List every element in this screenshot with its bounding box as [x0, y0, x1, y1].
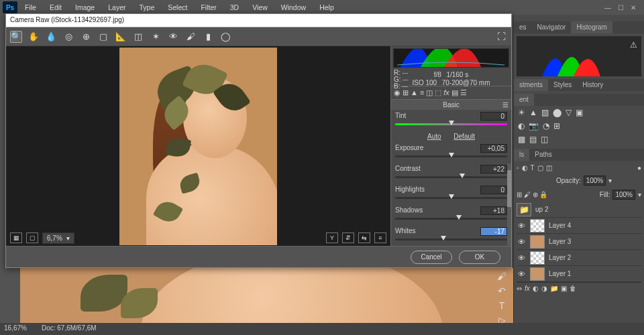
target-adjust-icon[interactable]: ⊕ — [80, 31, 92, 43]
fill-value[interactable]: 100% — [612, 190, 635, 200]
tint-slider[interactable] — [395, 123, 507, 125]
doc-zoom[interactable]: 16,67% — [4, 324, 27, 334]
color-sampler-icon[interactable]: ◎ — [62, 31, 74, 43]
tab-paths[interactable]: Paths — [529, 149, 557, 161]
menu-select[interactable]: Select — [162, 1, 193, 13]
detail-tab-icon[interactable]: ▲ — [411, 88, 418, 97]
spot-removal-icon[interactable]: ✶ — [150, 31, 162, 43]
new-group-icon[interactable]: 📁 — [550, 285, 558, 292]
redeye-icon[interactable]: 👁 — [167, 31, 179, 43]
mask-icon[interactable]: ◐ — [533, 285, 539, 292]
white-balance-icon[interactable]: 💧 — [45, 31, 57, 43]
tab-properties[interactable]: es — [514, 21, 532, 34]
shadows-value[interactable]: +18 — [480, 206, 507, 215]
menu-filter[interactable]: Filter — [195, 1, 222, 13]
brush-tool-icon[interactable]: 🖌 — [497, 271, 506, 281]
maximize-icon[interactable]: ☐ — [618, 4, 624, 11]
zoom-dropdown[interactable]: 6,7%▾ — [42, 232, 74, 244]
tab-adjustment[interactable]: ent — [514, 94, 534, 106]
close-icon[interactable]: ✕ — [631, 4, 636, 11]
crop-tool-icon[interactable]: ▢ — [97, 31, 109, 43]
menu-edit[interactable]: Edit — [44, 1, 68, 13]
adjustment-brush-icon[interactable]: 🖌 — [184, 31, 197, 43]
filter-pixel-icon[interactable]: ▫ — [517, 164, 519, 172]
swap-icon[interactable]: ⇵ — [342, 232, 354, 243]
zoom-tool-icon[interactable]: 🔍 — [10, 31, 22, 43]
preview-area[interactable]: ▦ ▢ 6,7%▾ Y ⇵ ⇆ ≡ — [6, 46, 390, 246]
copy-settings-icon[interactable]: ⇆ — [358, 232, 370, 243]
hand-tool-icon[interactable]: ✋ — [28, 31, 40, 43]
calibration-tab-icon[interactable]: ▤ — [451, 88, 458, 97]
settings-menu-icon[interactable]: ≡ — [374, 232, 386, 243]
type-tool-icon[interactable]: T — [499, 300, 505, 311]
transform-icon[interactable]: ◫ — [132, 31, 144, 43]
panel-scrollbar[interactable] — [507, 163, 511, 246]
split-tab-icon[interactable]: ◫ — [426, 88, 433, 97]
filter-adj-icon[interactable]: ◐ — [522, 164, 528, 172]
minimize-icon[interactable]: — — [604, 4, 611, 11]
levels-icon[interactable]: ▲ — [529, 108, 537, 117]
straighten-icon[interactable]: 📐 — [115, 31, 127, 43]
channel-mixer-icon[interactable]: ◔ — [543, 121, 549, 131]
fx-icon[interactable]: fx — [525, 285, 530, 292]
whites-value[interactable]: -17 — [480, 227, 507, 236]
single-view-icon[interactable]: ▢ — [26, 232, 38, 243]
tab-styles[interactable]: Styles — [548, 79, 577, 91]
menu-window[interactable]: Window — [275, 1, 312, 13]
layer-row-group[interactable]: 📁 up 2 — [517, 202, 641, 218]
curves-icon[interactable]: ▨ — [541, 108, 549, 117]
delete-layer-icon[interactable]: 🗑 — [570, 285, 576, 292]
tab-navigator[interactable]: Navigator — [532, 21, 572, 34]
fx-tab-icon[interactable]: fx — [443, 88, 449, 97]
highlights-value[interactable]: 0 — [480, 186, 507, 194]
menu-view[interactable]: View — [246, 1, 274, 13]
menu-type[interactable]: Type — [133, 1, 160, 13]
link-layers-icon[interactable]: ⇔ — [517, 285, 522, 292]
threshold-icon[interactable]: ◫ — [541, 135, 548, 144]
tab-histogram[interactable]: Histogram — [571, 21, 612, 34]
hsl-tab-icon[interactable]: ≡ — [420, 88, 424, 97]
vibrance-icon[interactable]: ▽ — [566, 108, 572, 117]
layer-row[interactable]: 👁 Layer 1 — [517, 266, 641, 282]
menu-file[interactable]: File — [19, 1, 42, 13]
new-adj-icon[interactable]: ◑ — [541, 285, 547, 292]
visibility-icon[interactable]: 👁 — [517, 270, 526, 278]
new-layer-icon[interactable]: ▣ — [561, 285, 567, 292]
graduated-filter-icon[interactable]: ▮ — [202, 31, 214, 43]
cancel-button[interactable]: Cancel — [411, 251, 452, 264]
default-link[interactable]: Default — [453, 133, 475, 140]
lookup-icon[interactable]: ⊞ — [553, 121, 560, 131]
menu-3d[interactable]: 3D — [224, 1, 245, 13]
tint-value[interactable]: 0 — [480, 112, 507, 121]
opacity-value[interactable]: 100% — [584, 176, 606, 186]
filter-smart-icon[interactable]: ◫ — [546, 164, 552, 172]
contrast-slider[interactable] — [395, 176, 507, 178]
invert-icon[interactable]: ▩ — [518, 135, 525, 144]
history-brush-icon[interactable]: ↶ — [498, 285, 506, 296]
auto-link[interactable]: Auto — [427, 133, 441, 140]
ok-button[interactable]: OK — [459, 251, 500, 264]
tab-history[interactable]: History — [577, 79, 608, 91]
tab-adjustments[interactable]: stments — [514, 79, 548, 91]
visibility-icon[interactable]: 👁 — [517, 238, 526, 246]
exposure-slider[interactable] — [395, 155, 507, 157]
before-after-icon[interactable]: Y — [326, 232, 338, 243]
whites-slider[interactable] — [395, 239, 507, 241]
visibility-icon[interactable]: 👁 — [517, 254, 526, 262]
highlights-slider[interactable] — [395, 197, 507, 199]
menu-help[interactable]: Help — [313, 1, 340, 13]
posterize-icon[interactable]: ▤ — [529, 135, 537, 144]
histogram[interactable] — [393, 48, 509, 68]
shadows-slider[interactable] — [395, 218, 507, 220]
layer-row[interactable]: 👁 Layer 2 — [517, 250, 641, 266]
layer-row[interactable]: 👁 Layer 3 — [517, 234, 641, 250]
exposure-value[interactable]: +0,05 — [480, 144, 507, 153]
filmstrip-icon[interactable]: ▦ — [10, 232, 22, 243]
fullscreen-icon[interactable]: ⛶ — [495, 31, 507, 43]
filter-type-icon[interactable]: T — [531, 164, 535, 172]
menu-layer[interactable]: Layer — [102, 1, 131, 13]
filter-shape-icon[interactable]: ▢ — [537, 164, 543, 172]
bw-icon[interactable]: ◐ — [518, 121, 525, 131]
photo-filter-icon[interactable]: 📷 — [529, 121, 539, 131]
contrast-value[interactable]: +22 — [480, 165, 507, 174]
